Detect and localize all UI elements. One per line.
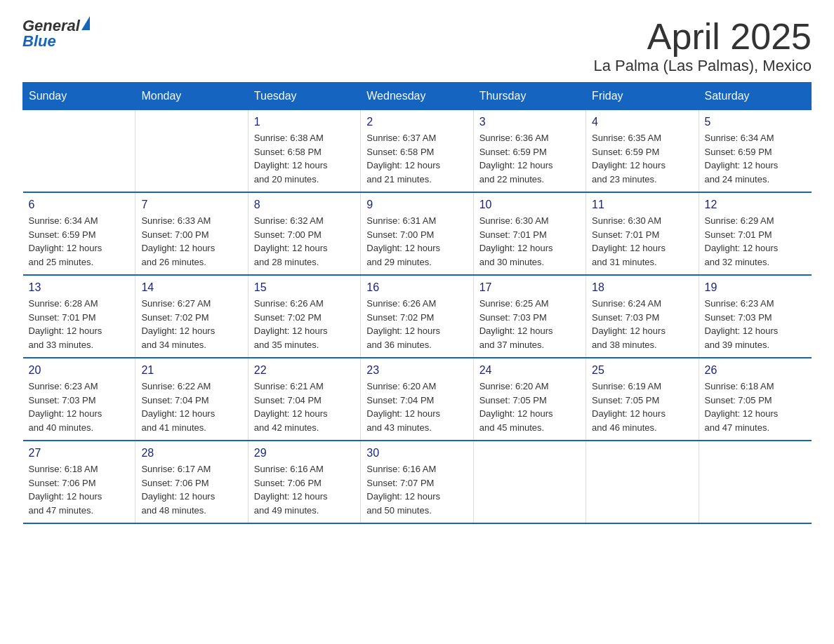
calendar-week-row: 6Sunrise: 6:34 AMSunset: 6:59 PMDaylight… — [23, 192, 812, 275]
day-number: 29 — [254, 447, 355, 459]
calendar-cell: 23Sunrise: 6:20 AMSunset: 7:04 PMDayligh… — [361, 358, 473, 441]
day-number: 3 — [479, 116, 580, 128]
day-info: Sunrise: 6:19 AMSunset: 7:05 PMDaylight:… — [592, 380, 692, 434]
day-number: 23 — [366, 364, 467, 377]
day-info: Sunrise: 6:22 AMSunset: 7:04 PMDaylight:… — [141, 380, 241, 434]
calendar-cell: 21Sunrise: 6:22 AMSunset: 7:04 PMDayligh… — [135, 358, 248, 441]
weekday-header-monday: Monday — [135, 83, 248, 110]
day-number: 20 — [29, 364, 130, 377]
day-number: 1 — [254, 116, 355, 128]
calendar-cell: 28Sunrise: 6:17 AMSunset: 7:06 PMDayligh… — [135, 441, 248, 523]
calendar-cell: 20Sunrise: 6:23 AMSunset: 7:03 PMDayligh… — [23, 358, 135, 441]
day-info: Sunrise: 6:21 AMSunset: 7:04 PMDaylight:… — [254, 380, 355, 434]
calendar-cell: 5Sunrise: 6:34 AMSunset: 6:59 PMDaylight… — [699, 110, 811, 193]
day-number: 7 — [141, 199, 241, 211]
logo: General Blue — [22, 17, 90, 51]
calendar-cell — [23, 110, 135, 193]
day-number: 14 — [141, 281, 241, 294]
calendar-cell: 17Sunrise: 6:25 AMSunset: 7:03 PMDayligh… — [473, 275, 585, 358]
calendar-cell: 9Sunrise: 6:31 AMSunset: 7:00 PMDaylight… — [361, 192, 473, 275]
day-number: 19 — [705, 281, 806, 294]
day-number: 25 — [592, 364, 692, 377]
day-number: 28 — [141, 447, 241, 459]
day-number: 30 — [366, 447, 467, 459]
calendar-cell: 6Sunrise: 6:34 AMSunset: 6:59 PMDaylight… — [23, 192, 135, 275]
day-number: 27 — [29, 447, 130, 459]
day-number: 8 — [254, 199, 355, 211]
weekday-header-saturday: Saturday — [699, 83, 811, 110]
page-subtitle: La Palma (Las Palmas), Mexico — [593, 57, 812, 75]
day-info: Sunrise: 6:18 AMSunset: 7:06 PMDaylight:… — [29, 462, 130, 517]
day-number: 17 — [479, 281, 580, 294]
day-info: Sunrise: 6:24 AMSunset: 7:03 PMDaylight:… — [592, 297, 692, 351]
day-number: 16 — [366, 281, 467, 294]
day-number: 21 — [141, 364, 241, 377]
day-info: Sunrise: 6:23 AMSunset: 7:03 PMDaylight:… — [29, 380, 130, 434]
day-info: Sunrise: 6:27 AMSunset: 7:02 PMDaylight:… — [141, 297, 241, 351]
logo-triangle-icon — [81, 16, 90, 30]
day-info: Sunrise: 6:20 AMSunset: 7:04 PMDaylight:… — [366, 380, 467, 434]
day-number: 12 — [705, 199, 806, 211]
day-info: Sunrise: 6:34 AMSunset: 6:59 PMDaylight:… — [29, 214, 130, 269]
calendar-week-row: 27Sunrise: 6:18 AMSunset: 7:06 PMDayligh… — [23, 441, 812, 523]
weekday-header-sunday: Sunday — [23, 83, 135, 110]
day-info: Sunrise: 6:18 AMSunset: 7:05 PMDaylight:… — [705, 380, 806, 434]
title-block: April 2025 La Palma (Las Palmas), Mexico — [593, 17, 812, 75]
calendar-cell: 10Sunrise: 6:30 AMSunset: 7:01 PMDayligh… — [473, 192, 585, 275]
weekday-header-tuesday: Tuesday — [248, 83, 360, 110]
day-number: 10 — [479, 199, 580, 211]
day-number: 13 — [29, 281, 130, 294]
day-info: Sunrise: 6:26 AMSunset: 7:02 PMDaylight:… — [366, 297, 467, 351]
calendar-cell: 2Sunrise: 6:37 AMSunset: 6:58 PMDaylight… — [361, 110, 473, 193]
day-number: 6 — [29, 199, 130, 211]
calendar-cell: 22Sunrise: 6:21 AMSunset: 7:04 PMDayligh… — [248, 358, 360, 441]
calendar-week-row: 1Sunrise: 6:38 AMSunset: 6:58 PMDaylight… — [23, 110, 812, 193]
calendar-cell: 16Sunrise: 6:26 AMSunset: 7:02 PMDayligh… — [361, 275, 473, 358]
calendar-week-row: 20Sunrise: 6:23 AMSunset: 7:03 PMDayligh… — [23, 358, 812, 441]
day-info: Sunrise: 6:29 AMSunset: 7:01 PMDaylight:… — [705, 214, 806, 269]
day-info: Sunrise: 6:23 AMSunset: 7:03 PMDaylight:… — [705, 297, 806, 351]
calendar-cell — [699, 441, 811, 523]
day-number: 24 — [479, 364, 580, 377]
day-number: 22 — [254, 364, 355, 377]
day-info: Sunrise: 6:33 AMSunset: 7:00 PMDaylight:… — [141, 214, 241, 269]
calendar-week-row: 13Sunrise: 6:28 AMSunset: 7:01 PMDayligh… — [23, 275, 812, 358]
day-info: Sunrise: 6:20 AMSunset: 7:05 PMDaylight:… — [479, 380, 580, 434]
calendar-cell: 13Sunrise: 6:28 AMSunset: 7:01 PMDayligh… — [23, 275, 135, 358]
day-info: Sunrise: 6:38 AMSunset: 6:58 PMDaylight:… — [254, 131, 355, 186]
day-number: 2 — [366, 116, 467, 128]
calendar-cell: 29Sunrise: 6:16 AMSunset: 7:06 PMDayligh… — [248, 441, 360, 523]
day-info: Sunrise: 6:36 AMSunset: 6:59 PMDaylight:… — [479, 131, 580, 186]
day-info: Sunrise: 6:26 AMSunset: 7:02 PMDaylight:… — [254, 297, 355, 351]
day-info: Sunrise: 6:30 AMSunset: 7:01 PMDaylight:… — [479, 214, 580, 269]
day-info: Sunrise: 6:31 AMSunset: 7:00 PMDaylight:… — [366, 214, 467, 269]
calendar-cell: 18Sunrise: 6:24 AMSunset: 7:03 PMDayligh… — [586, 275, 699, 358]
calendar-cell: 8Sunrise: 6:32 AMSunset: 7:00 PMDaylight… — [248, 192, 360, 275]
day-number: 4 — [592, 116, 692, 128]
day-number: 26 — [705, 364, 806, 377]
day-number: 9 — [366, 199, 467, 211]
day-info: Sunrise: 6:32 AMSunset: 7:00 PMDaylight:… — [254, 214, 355, 269]
weekday-header-friday: Friday — [586, 83, 699, 110]
logo-blue-text: Blue — [22, 32, 56, 51]
calendar-cell: 14Sunrise: 6:27 AMSunset: 7:02 PMDayligh… — [135, 275, 248, 358]
day-number: 15 — [254, 281, 355, 294]
day-info: Sunrise: 6:34 AMSunset: 6:59 PMDaylight:… — [705, 131, 806, 186]
calendar-cell: 25Sunrise: 6:19 AMSunset: 7:05 PMDayligh… — [586, 358, 699, 441]
weekday-header-wednesday: Wednesday — [361, 83, 473, 110]
day-info: Sunrise: 6:16 AMSunset: 7:07 PMDaylight:… — [366, 462, 467, 517]
day-info: Sunrise: 6:25 AMSunset: 7:03 PMDaylight:… — [479, 297, 580, 351]
calendar-cell: 3Sunrise: 6:36 AMSunset: 6:59 PMDaylight… — [473, 110, 585, 193]
calendar-cell: 19Sunrise: 6:23 AMSunset: 7:03 PMDayligh… — [699, 275, 811, 358]
day-info: Sunrise: 6:17 AMSunset: 7:06 PMDaylight:… — [141, 462, 241, 517]
calendar-cell: 11Sunrise: 6:30 AMSunset: 7:01 PMDayligh… — [586, 192, 699, 275]
calendar-cell: 4Sunrise: 6:35 AMSunset: 6:59 PMDaylight… — [586, 110, 699, 193]
page-header: General Blue April 2025 La Palma (Las Pa… — [22, 17, 812, 75]
calendar-cell: 26Sunrise: 6:18 AMSunset: 7:05 PMDayligh… — [699, 358, 811, 441]
day-info: Sunrise: 6:16 AMSunset: 7:06 PMDaylight:… — [254, 462, 355, 517]
weekday-header-thursday: Thursday — [473, 83, 585, 110]
day-number: 5 — [705, 116, 806, 128]
calendar-cell: 7Sunrise: 6:33 AMSunset: 7:00 PMDaylight… — [135, 192, 248, 275]
calendar-cell: 30Sunrise: 6:16 AMSunset: 7:07 PMDayligh… — [361, 441, 473, 523]
day-info: Sunrise: 6:35 AMSunset: 6:59 PMDaylight:… — [592, 131, 692, 186]
